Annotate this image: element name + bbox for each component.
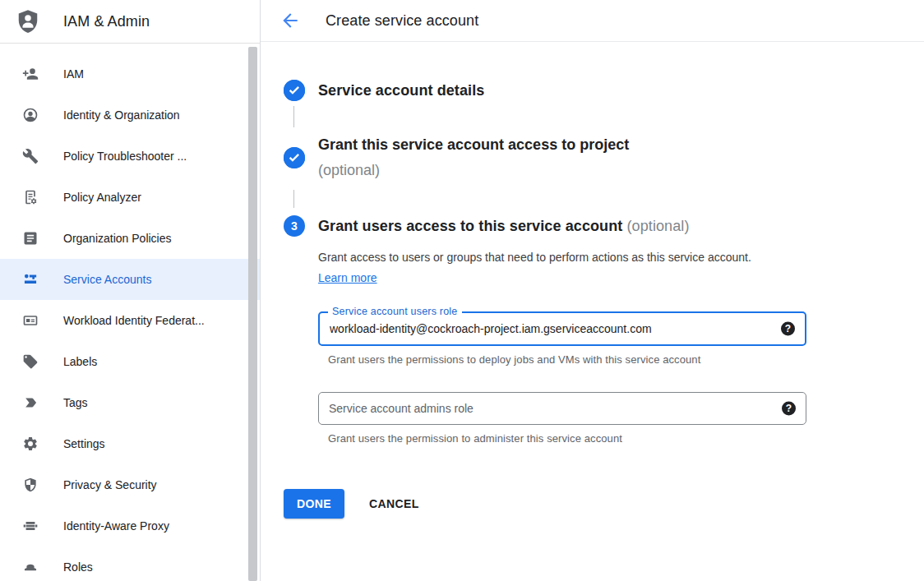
account-circle-icon bbox=[22, 107, 39, 123]
proxy-chip-icon bbox=[22, 518, 39, 534]
users-role-input[interactable] bbox=[320, 313, 805, 344]
step-1-title: Service account details bbox=[318, 80, 484, 101]
admins-role-helper-text: Grant users the permission to administer… bbox=[328, 432, 924, 445]
sidebar-item-workload-identity-federation[interactable]: Workload Identity Federat... bbox=[0, 300, 260, 341]
sidebar-item-policy-analyzer[interactable]: Policy Analyzer bbox=[0, 177, 260, 218]
tag-arrow-icon bbox=[22, 394, 39, 411]
sidebar-item-identity-aware-proxy[interactable]: Identity-Aware Proxy bbox=[0, 505, 260, 546]
sidebar-item-label: Privacy & Security bbox=[63, 478, 157, 491]
sidebar-item-tags[interactable]: Tags bbox=[0, 382, 260, 423]
policy-analyzer-icon bbox=[22, 189, 39, 205]
shield-half-icon bbox=[22, 477, 39, 493]
sidebar-item-label: Policy Analyzer bbox=[63, 191, 141, 204]
step-3-number-badge: 3 bbox=[284, 215, 305, 237]
gear-icon bbox=[22, 436, 39, 452]
person-add-icon bbox=[22, 66, 39, 82]
sidebar-item-organization-policies[interactable]: Organization Policies bbox=[0, 218, 260, 259]
sidebar-nav: IAM Identity & Organization Policy Troub… bbox=[0, 44, 260, 581]
hat-icon bbox=[22, 559, 39, 575]
cancel-button[interactable]: CANCEL bbox=[369, 497, 419, 510]
help-icon[interactable]: ? bbox=[781, 322, 795, 336]
sidebar-item-privacy-security[interactable]: Privacy & Security bbox=[0, 464, 260, 505]
learn-more-link[interactable]: Learn more bbox=[318, 271, 377, 284]
step-2-title: Grant this service account access to pro… bbox=[318, 132, 629, 158]
back-arrow-icon[interactable] bbox=[280, 10, 301, 31]
sidebar-item-label: Roles bbox=[63, 560, 93, 574]
service-account-admins-role-field: ? bbox=[318, 392, 806, 425]
sidebar-item-label: Organization Policies bbox=[63, 232, 172, 245]
sidebar-item-label: Identity-Aware Proxy bbox=[63, 519, 169, 533]
main-panel: Create service account Service account d… bbox=[261, 0, 924, 581]
sidebar-item-service-accounts[interactable]: Service Accounts bbox=[0, 259, 260, 300]
sidebar-item-label: Workload Identity Federat... bbox=[63, 314, 205, 327]
sidebar-item-label: Settings bbox=[63, 437, 105, 450]
users-role-field-label: Service account users role bbox=[328, 306, 462, 317]
sidebar-item-label: Policy Troubleshooter ... bbox=[63, 150, 187, 163]
step-2-check-icon bbox=[284, 147, 305, 168]
wrench-icon bbox=[22, 148, 39, 164]
service-account-key-icon bbox=[22, 271, 39, 288]
admins-role-input[interactable] bbox=[319, 393, 806, 424]
step-connector bbox=[293, 106, 294, 127]
service-account-users-role-field: Service account users role ? bbox=[318, 311, 806, 346]
step-3-optional-label: (optional) bbox=[626, 218, 689, 234]
step-3-title: Grant users access to this service accou… bbox=[318, 218, 622, 234]
sidebar-item-label: Tags bbox=[63, 396, 88, 409]
users-role-helper-text: Grant users the permissions to deploy jo… bbox=[328, 353, 924, 366]
stepper: Service account details Grant this servi… bbox=[261, 42, 924, 519]
sidebar-item-settings[interactable]: Settings bbox=[0, 423, 260, 464]
sidebar-item-label: Identity & Organization bbox=[63, 108, 180, 122]
description-text: Grant access to users or groups that nee… bbox=[318, 251, 751, 264]
step-connector bbox=[293, 190, 294, 208]
step-1-check-icon bbox=[284, 80, 305, 101]
sidebar-item-iam[interactable]: IAM bbox=[0, 53, 260, 95]
step-3-header[interactable]: 3 Grant users access to this service acc… bbox=[284, 215, 924, 237]
sidebar-item-label: IAM bbox=[63, 67, 84, 81]
label-tag-icon bbox=[22, 353, 39, 370]
form-actions: DONE CANCEL bbox=[284, 489, 924, 519]
document-icon bbox=[22, 230, 39, 247]
step-2-optional-label: (optional) bbox=[318, 158, 629, 183]
sidebar: IAM & Admin IAM Identity & Organization … bbox=[0, 0, 261, 581]
sidebar-item-policy-troubleshooter[interactable]: Policy Troubleshooter ... bbox=[0, 136, 260, 177]
sidebar-scrollbar-thumb[interactable] bbox=[248, 47, 257, 581]
page-title: Create service account bbox=[326, 12, 478, 30]
sidebar-item-identity-organization[interactable]: Identity & Organization bbox=[0, 95, 260, 136]
sidebar-item-roles[interactable]: Roles bbox=[0, 546, 260, 581]
sidebar-item-label: Service Accounts bbox=[63, 273, 151, 286]
sidebar-item-labels[interactable]: Labels bbox=[0, 341, 260, 382]
done-button[interactable]: DONE bbox=[284, 489, 344, 519]
step-3-description: Grant access to users or groups that nee… bbox=[318, 247, 778, 288]
sidebar-header: IAM & Admin bbox=[0, 0, 260, 44]
help-icon[interactable]: ? bbox=[782, 402, 796, 416]
iam-shield-icon bbox=[16, 9, 40, 34]
page-header: Create service account bbox=[261, 0, 924, 42]
sidebar-item-label: Labels bbox=[63, 355, 97, 368]
product-title: IAM & Admin bbox=[63, 13, 150, 30]
badge-card-icon bbox=[22, 312, 39, 329]
step-1-header[interactable]: Service account details bbox=[284, 80, 924, 101]
step-2-header[interactable]: Grant this service account access to pro… bbox=[284, 132, 924, 183]
